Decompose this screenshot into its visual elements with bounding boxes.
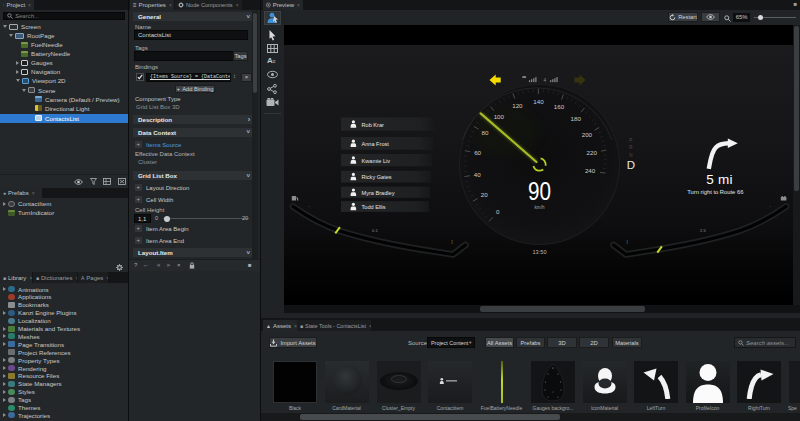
svg-text:200: 200 xyxy=(582,131,593,138)
svg-text:P: P xyxy=(629,138,632,143)
svg-text:80: 80 xyxy=(482,129,489,136)
svg-text:100: 100 xyxy=(494,113,505,120)
svg-text:Anna Frost: Anna Frost xyxy=(362,141,390,147)
svg-text:]: ] xyxy=(626,239,627,244)
svg-text:120: 120 xyxy=(512,102,523,109)
svg-text:4: 4 xyxy=(543,78,546,83)
svg-text:N: N xyxy=(629,153,632,158)
svg-text:2.5: 2.5 xyxy=(700,228,706,233)
svg-text:Todd Ellis: Todd Ellis xyxy=(362,204,386,210)
svg-text:240: 240 xyxy=(585,167,596,174)
svg-text:160: 160 xyxy=(554,103,565,110)
svg-text:Ricky Gates: Ricky Gates xyxy=(362,174,392,180)
svg-text:140: 140 xyxy=(533,98,544,105)
svg-text:0: 0 xyxy=(496,208,500,215)
svg-text:20: 20 xyxy=(481,191,488,198)
svg-text:Kwamie Liv: Kwamie Liv xyxy=(362,158,391,164)
svg-text:0.1: 0.1 xyxy=(372,228,378,233)
svg-text:5 mi: 5 mi xyxy=(706,172,733,187)
svg-text:180: 180 xyxy=(571,115,582,122)
svg-text:60: 60 xyxy=(474,149,481,156)
svg-text:13:50: 13:50 xyxy=(533,249,547,255)
svg-text:220: 220 xyxy=(587,149,598,156)
svg-text:D: D xyxy=(627,159,635,171)
svg-text:40: 40 xyxy=(474,171,481,178)
svg-text:km/h: km/h xyxy=(535,205,545,210)
svg-text:90: 90 xyxy=(528,176,551,206)
svg-text:Myra Bradley: Myra Bradley xyxy=(362,190,395,196)
svg-text:Turn right to Route 66: Turn right to Route 66 xyxy=(687,189,743,195)
svg-text:Rob Krar: Rob Krar xyxy=(362,122,385,128)
